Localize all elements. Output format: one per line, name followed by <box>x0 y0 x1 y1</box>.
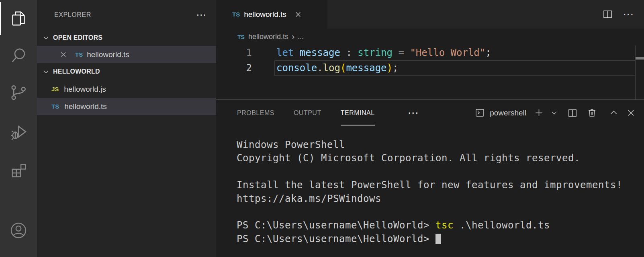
breadcrumb[interactable]: TS helloworld.ts › ... <box>216 29 644 45</box>
activity-item-explorer[interactable] <box>0 0 37 37</box>
activity-item-run-debug[interactable] <box>0 114 37 151</box>
close-icon[interactable] <box>294 10 302 19</box>
section-label: OPEN EDITORS <box>53 34 102 41</box>
source-control-icon <box>9 83 28 102</box>
tab-helloworld-ts[interactable]: TS helloworld.ts <box>216 0 327 29</box>
activity-item-account[interactable] <box>0 212 37 249</box>
run-debug-icon <box>9 123 28 142</box>
section-helloworld-folder[interactable]: HELLOWORLD <box>37 63 216 80</box>
account-icon <box>8 220 29 241</box>
typescript-file-icon: TS <box>75 51 83 58</box>
sidebar-title: EXPLORER <box>54 11 91 19</box>
activity-bar <box>0 0 37 257</box>
activity-item-extensions[interactable] <box>0 152 37 189</box>
tab-label: helloworld.ts <box>244 10 286 19</box>
files-icon <box>9 9 28 28</box>
sidebar-more-actions-icon[interactable]: ⋯ <box>196 0 206 30</box>
terminal-line: https://aka.ms/PSWindows <box>237 192 640 206</box>
typescript-file-icon: TS <box>237 34 245 40</box>
code-line-2[interactable]: 2console.log(message); <box>216 60 644 76</box>
terminal-line <box>237 206 640 219</box>
split-editor-icon[interactable] <box>602 9 613 20</box>
terminal-line: PS C:\Users\username\HelloWorld> tsc .\h… <box>237 219 640 232</box>
panel-actions: powershell <box>474 100 636 125</box>
new-terminal-icon[interactable] <box>534 107 544 118</box>
activity-item-search[interactable] <box>0 37 37 74</box>
chevron-down-icon <box>42 34 50 42</box>
code-editor[interactable]: 1let message : string = "Hello World";2c… <box>216 45 644 100</box>
launch-profile-chevron-down-icon[interactable] <box>550 109 558 117</box>
breadcrumb-file[interactable]: helloworld.ts <box>248 33 288 41</box>
search-icon <box>9 46 28 65</box>
terminal-line: Windows PowerShell <box>237 138 640 152</box>
extensions-icon <box>9 162 28 180</box>
shell-label[interactable]: powershell <box>490 109 526 117</box>
editor-scrollbar[interactable] <box>635 45 644 99</box>
close-panel-icon[interactable] <box>626 108 636 117</box>
terminal-icon <box>474 107 485 118</box>
chevron-down-icon <box>42 68 50 76</box>
split-terminal-icon[interactable] <box>567 108 578 118</box>
terminal-cursor <box>435 234 441 244</box>
breadcrumb-symbol[interactable]: ... <box>298 33 304 41</box>
chevron-right-icon: › <box>292 33 294 41</box>
panel: PROBLEMS OUTPUT TERMINAL ⋯ powershell <box>216 100 644 257</box>
tab-bar: TS helloworld.ts ⋯ <box>216 0 644 29</box>
terminal-line: PS C:\Users\username\HelloWorld> <box>237 232 640 246</box>
typescript-file-icon: TS <box>51 103 59 110</box>
explorer-sidebar: EXPLORER ⋯ OPEN EDITORS TS helloworld.ts… <box>37 0 216 257</box>
code-line-1[interactable]: 1let message : string = "Hello World"; <box>216 45 644 60</box>
line-number: 2 <box>216 60 252 76</box>
tree-item-helloworld-js[interactable]: JS helloworld.js <box>37 80 216 98</box>
maximize-panel-chevron-up-icon[interactable] <box>609 108 618 117</box>
open-editor-item-helloworld-ts[interactable]: TS helloworld.ts <box>37 46 216 63</box>
javascript-file-icon: JS <box>51 86 59 93</box>
tab-problems[interactable]: PROBLEMS <box>237 100 274 125</box>
activity-item-source-control[interactable] <box>0 74 37 111</box>
tree-item-helloworld-ts[interactable]: TS helloworld.ts <box>37 98 216 115</box>
kill-terminal-trash-icon[interactable] <box>587 108 597 118</box>
file-name: helloworld.ts <box>87 50 129 59</box>
section-open-editors[interactable]: OPEN EDITORS <box>37 29 216 46</box>
terminal-output[interactable]: Windows PowerShellCopyright (C) Microsof… <box>237 138 640 246</box>
tab-output[interactable]: OUTPUT <box>294 100 321 125</box>
sidebar-header: EXPLORER ⋯ <box>37 0 216 30</box>
terminal-line: Install the latest PowerShell for new fe… <box>237 179 640 192</box>
section-label: HELLOWORLD <box>53 68 100 75</box>
editor-actions: ⋯ <box>602 0 634 29</box>
tab-terminal[interactable]: TERMINAL <box>341 100 375 125</box>
file-name: helloworld.js <box>64 85 106 94</box>
scrollbar-thumb[interactable] <box>636 57 644 60</box>
terminal-line <box>237 165 640 179</box>
file-name: helloworld.ts <box>64 102 107 111</box>
typescript-file-icon: TS <box>232 11 240 18</box>
panel-tabs: PROBLEMS OUTPUT TERMINAL ⋯ <box>237 100 419 125</box>
close-icon[interactable] <box>59 51 67 58</box>
terminal-line: Copyright (C) Microsoft Corporation. All… <box>237 152 640 165</box>
editor-group: TS helloworld.ts ⋯ TS helloworld.ts › ..… <box>216 0 644 257</box>
line-number: 1 <box>216 45 252 60</box>
